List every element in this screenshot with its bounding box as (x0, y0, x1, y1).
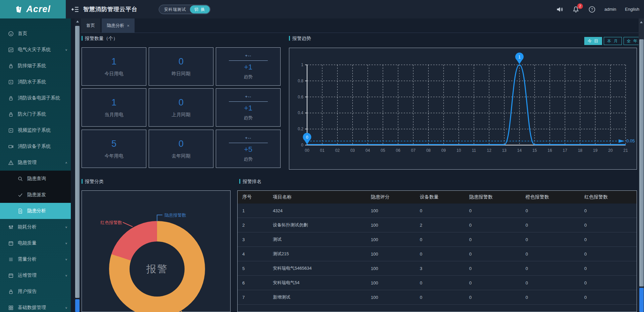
table-header: 序号项目名称隐患评分设备数量隐患报警数橙色报警数红色报警数 (238, 191, 637, 204)
play-icon (8, 128, 14, 133)
sidebar-item-label: 用户报告 (18, 288, 67, 295)
table-header-cell: 设备数量 (420, 191, 439, 204)
section-title-alarm-count: 报警数量（个） (82, 36, 118, 41)
table-cell: 7 (242, 290, 245, 304)
sidebar: 首页电气火灾子系统∨防排烟子系统消防水子系统消防设备电源子系统防火门子系统视频监… (0, 18, 71, 312)
table-row-5[interactable]: 5安科瑞电气54656341003000 (238, 261, 637, 276)
sidebar-item-top-2[interactable]: 防排烟子系统 (0, 58, 71, 74)
table-row-7[interactable]: 7新增测试1000000 (238, 290, 637, 305)
table-cell: 3 (242, 232, 245, 247)
sidebar-item-label: 电气火灾子系统 (18, 47, 65, 53)
sidebar-item-top-0[interactable]: 首页 (0, 26, 71, 42)
table-cell: 0 (526, 218, 528, 232)
help-icon[interactable]: ? (588, 6, 596, 13)
chevron-down-icon: ∨ (65, 226, 67, 229)
table-cell: 0 (584, 247, 587, 261)
table-row-4[interactable]: 4测试2151000000 (238, 247, 637, 261)
svg-text:09: 09 (441, 148, 446, 153)
switch-project-button[interactable]: 切 换 (190, 5, 210, 13)
stat-label: 趋势 (244, 156, 253, 162)
sidebar-item-bottom-0[interactable]: 能耗分析∨ (0, 219, 71, 235)
svg-text:14: 14 (517, 148, 522, 153)
sidebar-item-label: 需量分析 (18, 256, 65, 262)
brand-logo: Acrel (0, 0, 66, 18)
table-cell: 100 (371, 247, 378, 261)
sidebar-item-label: 隐患派发 (27, 192, 67, 198)
sidebar-item-top-6[interactable]: 视频监控子系统 (0, 122, 71, 138)
chevron-down-icon: ∨ (65, 258, 67, 261)
scroll-up-arrow-icon[interactable] (640, 21, 643, 23)
table-cell: 0 (526, 247, 528, 261)
sidebar-item-label: 消防设备子系统 (18, 143, 67, 149)
tab-1[interactable]: 隐患分析× (102, 18, 135, 33)
main-scrollbar[interactable] (639, 18, 644, 312)
sidebar-item-top-4[interactable]: 消防设备电源子系统 (0, 90, 71, 106)
project-selector[interactable]: 安科瑞测试 切 换 (159, 5, 210, 14)
sidebar-item-bottom-3[interactable]: 运维管理∨ (0, 267, 71, 283)
bell-icon[interactable]: 2 (572, 6, 580, 13)
table-header-cell: 红色报警数 (584, 191, 608, 204)
alarm-trend-panel: 00.20.40.60.8100010203040506070809101112… (289, 48, 637, 170)
lock-icon (8, 63, 14, 69)
table-header-cell: 隐患报警数 (469, 191, 493, 204)
trend-numerator: +-- (245, 53, 251, 58)
sidebar-item-bottom-5[interactable]: 基础数据管理∨ (0, 300, 71, 312)
play-icon (8, 79, 14, 85)
app-root: Acrel 智慧消防管理云平台 安科瑞测试 切 换 (0, 0, 644, 312)
language-switch[interactable]: English (625, 7, 639, 12)
sidebar-item-label: 基础数据管理 (18, 305, 65, 311)
sidebar-item-label: 防排烟子系统 (18, 63, 67, 69)
sidebar-scrollbar-thumb[interactable] (75, 26, 80, 298)
brand-logo-text: Acrel (26, 4, 51, 14)
table-row-1[interactable]: 143241000000 (238, 204, 637, 218)
trend-divider (229, 101, 268, 102)
table-cell: 100 (371, 290, 378, 304)
range-button-0[interactable]: 今 日 (584, 37, 602, 45)
sidebar-item-sub-0[interactable]: 隐患查询 (0, 171, 71, 187)
trend-numerator: +-- (245, 94, 251, 99)
table-row-3[interactable]: 3测试1000000 (238, 232, 637, 247)
range-button-1[interactable]: 本 月 (604, 37, 622, 45)
trend-divider (229, 60, 268, 61)
table-row-6[interactable]: 6安科瑞电气541000000 (238, 276, 637, 290)
main-scrollbar-thumb[interactable] (639, 39, 644, 286)
sidebar-scrollbar-end[interactable] (75, 299, 80, 312)
sidebar-item-sub-1[interactable]: 隐患派发 (0, 187, 71, 203)
header-actions: 2 ? admin English (556, 0, 639, 18)
sidebar-item-bottom-4[interactable]: 用户报告 (0, 283, 71, 300)
tab-label: 首页 (86, 23, 95, 29)
sidebar-item-top-7[interactable]: 消防设备子系统 (0, 138, 71, 154)
sidebar-scrollbar[interactable] (75, 18, 81, 312)
header: Acrel 智慧消防管理云平台 安科瑞测试 切 换 (0, 0, 644, 18)
home-icon (8, 31, 14, 37)
table-cell: 3 (420, 261, 422, 275)
sidebar-item-top-5[interactable]: 防火门子系统 (0, 106, 71, 122)
table-cell: 0 (420, 204, 422, 218)
main-scrollbar-end[interactable] (639, 288, 644, 312)
sidebar-item-sub-2[interactable]: 隐患分析 (0, 203, 71, 219)
tab-close-icon[interactable]: × (127, 23, 130, 28)
sidebar-item-top-1[interactable]: 电气火灾子系统∨ (0, 42, 71, 58)
donut-center-label: 报警 (146, 262, 168, 276)
tab-0[interactable]: 首页 (81, 18, 100, 33)
svg-text:16: 16 (548, 148, 552, 153)
svg-text:06: 06 (396, 148, 401, 153)
pie-label-hidden-alarms: 隐患报警数 (164, 212, 186, 218)
speaker-icon[interactable] (556, 6, 563, 13)
user-menu[interactable]: admin (604, 7, 616, 12)
alarm-trend-chart: 00.20.40.60.8100010203040506070809101112… (289, 48, 637, 169)
sidebar-collapse-icon[interactable] (71, 5, 79, 13)
scroll-up-arrow-icon[interactable] (76, 20, 79, 23)
sidebar-item-top-3[interactable]: 消防水子系统 (0, 74, 71, 90)
table-cell: 0 (584, 261, 587, 275)
sidebar-item-bottom-2[interactable]: 需量分析∨ (0, 251, 71, 267)
stat-card-1: 0昨日同期 (149, 47, 213, 86)
tab-bar: 首页隐患分析× (81, 18, 639, 33)
sidebar-item-label: 隐患管理 (18, 160, 65, 166)
stat-card-8: +--+5趋势 (216, 130, 281, 168)
sidebar-item-top-8[interactable]: 隐患管理∧ (0, 154, 71, 171)
table-row-2[interactable]: 2设备拓扑测试勿删1002000 (238, 218, 637, 232)
stat-value: 0 (179, 56, 184, 67)
sidebar-item-bottom-1[interactable]: 电能质量∨ (0, 235, 71, 251)
stat-label: 上月同期 (172, 112, 191, 118)
